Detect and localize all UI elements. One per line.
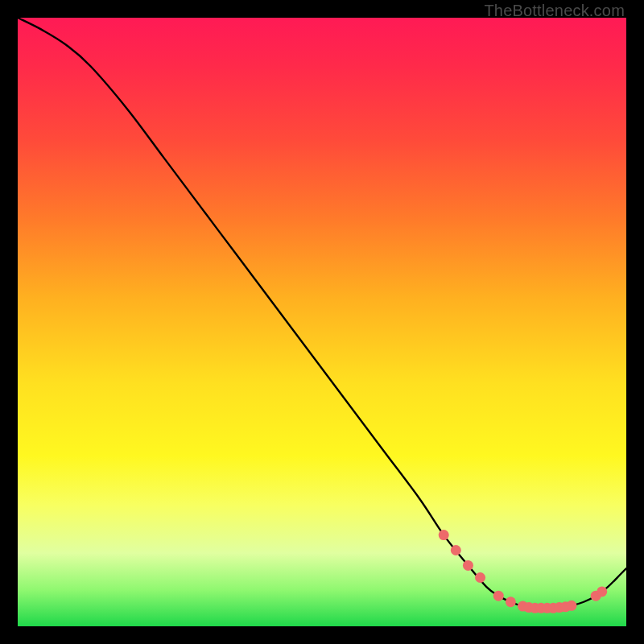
chart-marker xyxy=(566,601,576,611)
chart-plot-area xyxy=(18,18,626,626)
chart-marker xyxy=(597,586,607,597)
chart-marker xyxy=(439,530,449,540)
chart-marker xyxy=(463,560,473,571)
attribution-text: TheBottleneck.com xyxy=(484,2,625,20)
chart-curve xyxy=(18,18,626,609)
chart-marker xyxy=(506,597,516,607)
chart-frame: TheBottleneck.com xyxy=(0,0,644,644)
chart-marker xyxy=(475,572,485,583)
chart-svg xyxy=(18,18,626,626)
chart-marker xyxy=(493,591,504,601)
chart-marker xyxy=(451,545,461,555)
chart-markers xyxy=(439,530,608,613)
